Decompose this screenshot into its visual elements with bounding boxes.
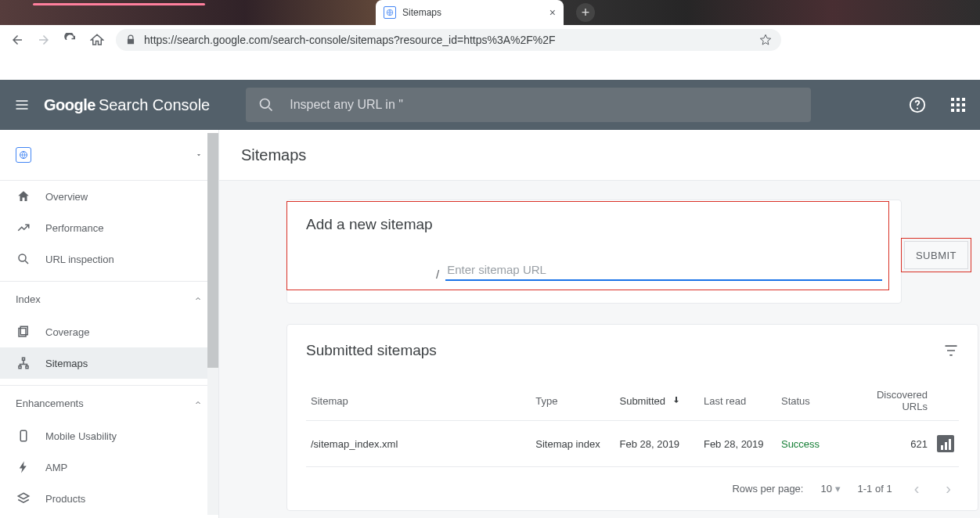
property-selector[interactable] [0,130,218,180]
globe-icon [16,147,31,163]
blank-strip [0,55,980,80]
browser-toolbar: https://search.google.com/search-console… [0,25,980,55]
tab-favicon [384,6,396,19]
new-tab-button[interactable]: + [576,3,595,22]
sidebar-scrollbar-thumb[interactable] [207,133,218,368]
cell-status: Success [776,421,847,467]
rows-per-page-label: Rows per page: [732,483,803,495]
close-icon[interactable]: × [549,6,556,19]
filter-icon[interactable] [943,343,959,358]
sidebar-section-enhancements[interactable]: Enhancements [0,386,218,420]
sidebar-item-label: AMP [45,462,67,473]
chevron-up-icon [193,294,203,304]
submitted-sitemaps-card: Submitted sitemaps Sitemap Type Submitte… [286,324,978,511]
home-button[interactable] [89,32,105,48]
help-icon[interactable] [908,95,927,114]
phone-icon [16,429,31,443]
sidebar-item-performance[interactable]: Performance [0,212,218,243]
url-inspection-search[interactable]: Inspect any URL in " [246,88,811,122]
cell-discovered: 621 [846,421,931,467]
domain-prefix: / [306,268,439,281]
sidebar: Overview Performance URL inspection Inde… [0,130,219,518]
svg-point-3 [917,107,918,109]
sitemaps-table: Sitemap Type Submitted Last read Status … [306,381,959,466]
slash: / [436,268,439,281]
bar-chart-icon [937,435,954,452]
col-sitemap[interactable]: Sitemap [306,381,531,421]
browser-tab-active[interactable]: Sitemaps × [376,0,564,25]
submit-button[interactable]: SUBMIT [904,241,968,269]
inactive-tab-sliver [33,3,205,5]
trend-icon [16,221,31,235]
sidebar-section-index[interactable]: Index [0,282,218,316]
col-discovered[interactable]: Discovered URLs [846,381,931,421]
sidebar-item-label: Sitemaps [45,358,88,369]
svg-rect-8 [23,358,25,360]
chevron-down-icon [195,151,203,159]
sidebar-item-label: Products [45,493,85,505]
logo-search-console: Search Console [99,96,210,114]
add-sitemap-title: Add a new sitemap [306,216,882,233]
sidebar-item-mobile-usability[interactable]: Mobile Usability [0,420,218,451]
rows-per-page-value[interactable]: 10 ▾ [820,483,840,495]
sidebar-item-url-inspection[interactable]: URL inspection [0,243,218,275]
prev-page-button[interactable]: ‹ [910,480,924,498]
table-row[interactable]: /sitemap_index.xml Sitemap index Feb 28,… [306,421,959,467]
address-bar[interactable]: https://search.google.com/search-console… [116,29,781,51]
property-name-redacted [42,149,160,160]
svg-rect-10 [26,366,28,369]
product-logo: Google Search Console [44,96,210,114]
menu-icon[interactable] [13,95,31,114]
search-icon [258,97,274,113]
sidebar-section-label: Enhancements [16,397,84,409]
apps-icon[interactable] [949,95,967,114]
cell-chart-action[interactable] [932,421,959,467]
app-header: Google Search Console Inspect any URL in… [0,80,980,130]
table-footer: Rows per page: 10 ▾ 1-1 of 1 ‹ › [306,466,959,510]
layers-icon [16,491,31,505]
sidebar-item-label: Coverage [45,326,89,338]
col-type[interactable]: Type [531,381,614,421]
bolt-icon [16,460,31,474]
pagination-range: 1-1 of 1 [858,483,892,495]
cell-submitted: Feb 28, 2019 [614,421,698,467]
add-sitemap-card: Add a new sitemap / SUBMIT [286,200,902,304]
svg-rect-9 [19,366,21,369]
cell-sitemap: /sitemap_index.xml [306,421,531,467]
col-status[interactable]: Status [776,381,847,421]
reload-button[interactable] [63,32,78,48]
domain-redacted [306,268,431,281]
col-submitted[interactable]: Submitted [614,381,698,421]
sidebar-item-sitemaps[interactable]: Sitemaps [0,347,218,379]
sidebar-section-label: Index [16,293,41,305]
sitemap-url-input[interactable] [445,260,882,281]
sidebar-item-overview[interactable]: Overview [0,181,218,212]
pages-icon [16,325,31,339]
svg-rect-11 [20,430,27,441]
submitted-sitemaps-title: Submitted sitemaps [306,342,437,359]
cell-type: Sitemap index [531,421,614,467]
svg-point-5 [19,254,26,261]
sort-desc-icon [672,395,681,407]
sidebar-item-products[interactable]: Products [0,483,218,514]
search-icon [16,252,31,266]
forward-button[interactable] [36,32,52,48]
chevron-up-icon [193,398,203,408]
next-page-button[interactable]: › [941,480,956,498]
sidebar-item-label: Mobile Usability [45,430,117,442]
svg-point-1 [261,99,270,109]
sidebar-item-coverage[interactable]: Coverage [0,316,218,347]
lock-icon [125,34,136,45]
page-title: Sitemaps [219,130,980,180]
browser-tabstrip: Sitemaps × + [0,0,980,25]
sidebar-item-label: Overview [45,191,88,203]
url-text: https://search.google.com/search-console… [144,34,556,46]
sitemap-icon [16,356,31,370]
col-last-read[interactable]: Last read [699,381,776,421]
back-button[interactable] [9,32,25,48]
sidebar-item-label: URL inspection [45,254,114,265]
bookmark-star-icon[interactable] [759,34,772,46]
sidebar-item-label: Performance [45,222,103,234]
chevron-down-icon: ▾ [835,483,841,495]
sidebar-item-amp[interactable]: AMP [0,451,218,483]
